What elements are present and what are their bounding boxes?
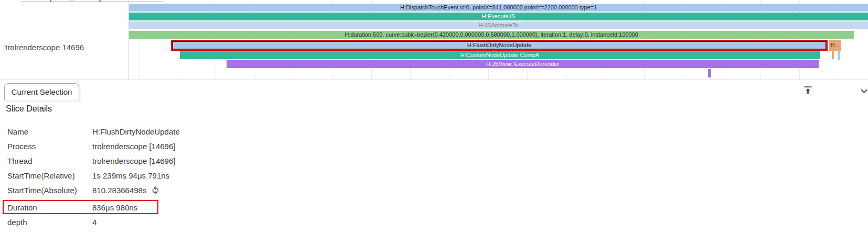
- collapse-panel-icon[interactable]: [803, 85, 813, 97]
- slice-js-view-execute-rerender[interactable]: H:JSView: ExecuteRerender: [227, 60, 819, 68]
- trace-viewer: trolrenderscope 14696 H:DispatchTouchEve…: [0, 0, 868, 234]
- field-label: Name: [0, 127, 92, 136]
- field-row-depth: depth 4: [0, 215, 868, 229]
- field-row-duration: Duration 836μs 980ns: [0, 200, 868, 215]
- slice-tiny-blue[interactable]: [838, 51, 840, 60]
- refresh-icon[interactable]: [151, 186, 160, 195]
- slice-truncated[interactable]: H...: [829, 40, 841, 51]
- track-group-label[interactable]: trolrenderscope 14696: [5, 43, 84, 52]
- field-label: StartTime(Absolute): [0, 186, 92, 195]
- slice-details-heading: Slice Details: [6, 104, 52, 114]
- slice-tiny-purple[interactable]: [708, 69, 711, 77]
- field-row-starttime-absolute: StartTime(Absolute) 810.28366498s: [0, 183, 868, 197]
- timeline-track-area: trolrenderscope 14696 H:DispatchTouchEve…: [0, 0, 868, 80]
- clipped-track-edge: [21, 1, 164, 2]
- field-label: depth: [0, 218, 92, 227]
- field-row-thread: Thread trolrenderscope [14696]: [0, 153, 868, 168]
- slice-details-table: Name H:FlushDirtyNodeUpdate Process trol…: [0, 124, 868, 229]
- selected-slice-outline: H:FlushDirtyNodeUpdate: [171, 40, 828, 51]
- field-label: Duration: [0, 203, 92, 212]
- slice-flush-dirty-node-update[interactable]: H:FlushDirtyNodeUpdate: [173, 42, 826, 49]
- field-label: Thread: [0, 157, 92, 165]
- field-row-starttime-relative: StartTime(Relative) 1s 239ms 94μs 791ns: [0, 168, 868, 183]
- field-row-process: Process trolrenderscope [14696]: [0, 139, 868, 153]
- tab-current-selection[interactable]: Current Selection: [4, 83, 79, 101]
- field-value: 836μs 980ns: [92, 203, 137, 212]
- slice-dispatch-touch-event[interactable]: H:DispatchTouchEvent id:0, pointX=841.00…: [129, 4, 868, 12]
- details-panel: Current Selection Slice Details Name H:F…: [0, 80, 868, 234]
- slice-js-animate-to[interactable]: H:JSAnimateTo: [129, 21, 868, 29]
- field-label: StartTime(Relative): [0, 171, 92, 180]
- field-row-name: Name H:FlushDirtyNodeUpdate: [0, 124, 868, 139]
- field-value: 4: [92, 218, 97, 227]
- slice-execute-js[interactable]: H:ExecuteJS: [129, 13, 868, 20]
- field-value: 810.28366498s: [92, 186, 146, 195]
- field-label: Process: [0, 142, 92, 151]
- track-label-divider: [128, 0, 129, 80]
- field-value: H:FlushDirtyNodeUpdate: [92, 127, 180, 136]
- clipped-slice-speck: [69, 1, 74, 2]
- field-value: 1s 239ms 94μs 791ns: [92, 171, 169, 180]
- slice-animator[interactable]: H:duration:500, curve:cubic-bezier(0.420…: [129, 31, 854, 39]
- clipped-slice-speck: [50, 0, 51, 2]
- clipped-slice-speck: [99, 0, 101, 2]
- field-value: trolrenderscope [14696]: [92, 142, 175, 151]
- slice-custom-node-update[interactable]: H:CustomNodeUpdate CompA: [180, 51, 820, 59]
- chevron-down-icon[interactable]: [860, 87, 868, 96]
- slice-tiny-orange[interactable]: [832, 51, 834, 59]
- field-value: trolrenderscope [14696]: [92, 157, 175, 165]
